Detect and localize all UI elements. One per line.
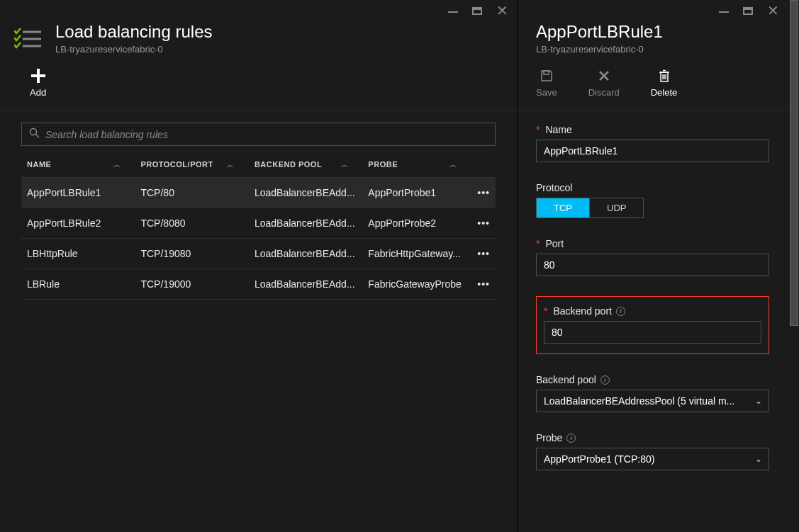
add-label: Add [30,87,46,98]
rules-blade: ✕ Load balancing rules LB-tryazureservic… [0,0,518,532]
row-more-button[interactable]: ••• [471,178,496,208]
window-controls-right: ✕ [518,0,788,18]
backend-port-highlight: *Backend porti [536,296,769,354]
detail-title: AppPortLBRule1 [536,23,663,41]
cell-probe: FabricGatewayProbe [362,269,471,300]
table-row[interactable]: AppPortLBRule2TCP/8080LoadBalancerBEAdd.… [21,208,496,239]
sort-icon: ︿ [341,160,349,170]
scrollbar[interactable] [788,0,799,532]
backend-port-label: Backend port [553,305,612,317]
name-label: Name [545,124,571,135]
svg-rect-7 [544,71,549,74]
toolbar-left: Add [0,64,517,111]
rules-table: NAME︿ PROTOCOL/PORT︿ BACKEND POOL︿ PROBE… [21,153,496,300]
cell-probe: AppPortProbe2 [362,208,471,239]
required-icon: * [536,238,540,249]
protocol-udp[interactable]: UDP [589,198,643,217]
blade-header-left: Load balancing rules LB-tryazureservicef… [0,18,517,64]
cell-protocol: TCP/19000 [135,269,248,300]
field-backend-pool: Backend pooli LoadBalancerBEAddressPool … [536,374,769,412]
cell-name: LBHttpRule [21,239,135,269]
protocol-tcp[interactable]: TCP [537,198,589,217]
info-icon[interactable]: i [600,375,610,385]
name-input[interactable] [536,140,769,162]
scrollbar-thumb[interactable] [790,0,798,326]
blade-header-right: AppPortLBRule1 LB-tryazureservicefabric-… [518,18,788,64]
required-icon: * [544,305,547,317]
maximize-icon[interactable] [472,4,482,17]
sort-icon: ︿ [449,160,457,170]
sort-icon: ︿ [113,160,121,170]
close-icon[interactable]: ✕ [767,2,779,19]
table-row[interactable]: LBHttpRuleTCP/19080LoadBalancerBEAdd...F… [21,239,496,269]
cell-name: LBRule [21,269,135,300]
cell-probe: FabricHttpGateway... [362,239,471,269]
backend-port-input[interactable] [544,321,761,344]
save-button[interactable]: Save [536,69,557,98]
blade-subtitle: LB-tryazureservicefabric-0 [55,44,213,55]
maximize-icon[interactable] [743,4,753,17]
field-port: *Port [536,238,769,276]
svg-rect-4 [31,74,45,77]
cell-protocol: TCP/19080 [135,239,248,269]
required-icon: * [536,124,540,135]
detail-form: *Name Protocol TCP UDP *Port *Ba [518,111,788,532]
plus-icon [31,69,45,83]
title-block-left: Load balancing rules LB-tryazureservicef… [55,23,213,55]
discard-icon [597,69,611,83]
row-more-button[interactable]: ••• [471,269,496,300]
col-header-pool[interactable]: BACKEND POOL︿ [249,153,362,178]
col-header-protocol[interactable]: PROTOCOL/PORT︿ [135,153,248,178]
field-backend-port: *Backend porti [544,305,761,344]
row-more-button[interactable]: ••• [471,208,496,239]
rules-table-wrap: NAME︿ PROTOCOL/PORT︿ BACKEND POOL︿ PROBE… [0,153,517,300]
trash-icon [657,69,671,83]
field-probe: Probei AppPortProbe1 (TCP:80) ⌄ [536,432,769,470]
protocol-label: Protocol [536,182,572,193]
delete-button[interactable]: Delete [651,69,678,98]
toolbar-right: Save Discard Delete [518,64,788,111]
port-input[interactable] [536,254,769,276]
row-more-button[interactable]: ••• [471,239,496,269]
cell-name: AppPortLBRule2 [21,208,135,239]
protocol-toggle: TCP UDP [536,198,644,218]
rules-icon [14,28,43,50]
sort-icon: ︿ [227,160,235,170]
field-name: *Name [536,124,769,162]
minimize-icon[interactable] [448,4,458,17]
col-header-probe[interactable]: PROBE︿ [362,153,471,178]
search-box[interactable] [21,123,496,146]
cell-protocol: TCP/8080 [135,208,248,239]
info-icon[interactable]: i [566,434,576,443]
port-label: Port [545,238,564,249]
save-icon [540,69,554,83]
add-button[interactable]: Add [30,69,46,98]
backend-pool-select[interactable]: LoadBalancerBEAddressPool (5 virtual m..… [536,390,769,412]
blade-title: Load balancing rules [55,23,213,41]
title-block-right: AppPortLBRule1 LB-tryazureservicefabric-… [536,23,663,55]
save-label: Save [536,87,557,98]
probe-label: Probe [536,432,562,443]
table-row[interactable]: AppPortLBRule1TCP/80LoadBalancerBEAdd...… [21,178,496,208]
close-icon[interactable]: ✕ [496,2,508,19]
window-controls-left: ✕ [0,0,517,18]
backend-pool-label: Backend pool [536,374,596,385]
separator [0,111,517,111]
cell-pool: LoadBalancerBEAdd... [249,208,362,239]
col-header-name[interactable]: NAME︿ [21,153,135,178]
cell-probe: AppPortProbe1 [362,178,471,208]
cell-pool: LoadBalancerBEAdd... [249,239,362,269]
info-icon[interactable]: i [616,307,625,316]
minimize-icon[interactable] [719,4,729,17]
table-row[interactable]: LBRuleTCP/19000LoadBalancerBEAdd...Fabri… [21,269,496,300]
cell-pool: LoadBalancerBEAdd... [249,269,362,300]
delete-label: Delete [651,87,678,98]
discard-button[interactable]: Discard [588,69,620,98]
discard-label: Discard [588,87,620,98]
svg-line-6 [36,135,40,138]
detail-subtitle: LB-tryazureservicefabric-0 [536,44,663,55]
probe-select[interactable]: AppPortProbe1 (TCP:80) [536,448,769,470]
svg-point-5 [30,129,37,135]
search-input[interactable] [45,129,488,140]
cell-protocol: TCP/80 [135,178,248,208]
